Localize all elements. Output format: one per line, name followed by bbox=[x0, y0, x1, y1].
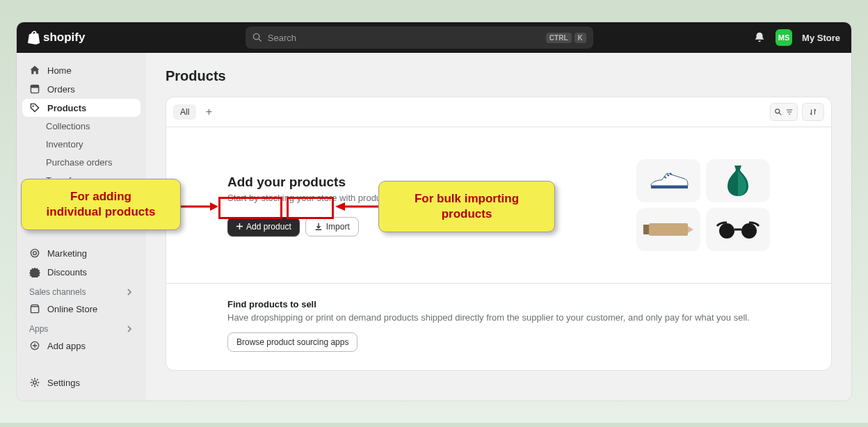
avatar[interactable]: MS bbox=[775, 29, 792, 46]
store-name[interactable]: My Store bbox=[802, 33, 840, 43]
sidebar-label: Marketing bbox=[47, 248, 87, 259]
home-icon bbox=[29, 65, 40, 76]
svg-point-5 bbox=[31, 249, 38, 257]
plus-icon bbox=[236, 223, 243, 230]
sidebar-item-orders[interactable]: Orders bbox=[22, 80, 140, 98]
tile-tube bbox=[636, 208, 700, 251]
svg-point-10 bbox=[775, 109, 780, 113]
find-products-title: Find products to sell bbox=[227, 299, 770, 309]
chevron-right-icon[interactable] bbox=[125, 288, 134, 296]
products-card: All + Add your products bbox=[166, 97, 832, 371]
search-placeholder: Search bbox=[268, 33, 296, 43]
callout-bulk-import: For bulk importing products bbox=[378, 181, 555, 232]
marketing-icon bbox=[29, 248, 40, 259]
svg-point-6 bbox=[33, 252, 37, 255]
sneaker-icon bbox=[648, 168, 689, 193]
svg-line-1 bbox=[259, 39, 262, 42]
arrow-left bbox=[181, 200, 218, 214]
search-icon bbox=[774, 108, 782, 116]
sidebar-section-sales-channels: Sales channels bbox=[22, 282, 140, 300]
tile-vase bbox=[706, 159, 770, 202]
sidebar-item-inventory[interactable]: Inventory bbox=[22, 136, 140, 153]
sidebar-item-purchase-orders[interactable]: Purchase orders bbox=[22, 154, 140, 171]
shopify-bag-icon bbox=[28, 31, 40, 45]
kbd-ctrl: CTRL bbox=[546, 33, 572, 43]
sidebar-label: Online Store bbox=[47, 304, 97, 314]
callout-add-individual: For adding individual products bbox=[21, 179, 181, 230]
sidebar-label: Products bbox=[47, 103, 86, 113]
sunglasses-icon bbox=[714, 220, 762, 239]
sidebar-item-settings[interactable]: Settings bbox=[22, 373, 140, 392]
svg-point-0 bbox=[253, 33, 259, 39]
page-title: Products bbox=[166, 68, 832, 84]
tile-sunglasses bbox=[706, 208, 770, 251]
sidebar-label: Discounts bbox=[47, 267, 87, 277]
sidebar-section-apps: Apps bbox=[22, 319, 140, 337]
svg-rect-13 bbox=[649, 223, 688, 236]
vase-icon bbox=[726, 164, 750, 198]
add-product-button[interactable]: Add product bbox=[227, 217, 300, 236]
sidebar-item-discounts[interactable]: Discounts bbox=[22, 263, 140, 281]
arrow-right bbox=[335, 200, 378, 214]
find-products-desc: Have dropshipping or print on demand pro… bbox=[227, 312, 770, 323]
discounts-icon bbox=[29, 266, 40, 277]
products-icon bbox=[29, 102, 40, 113]
import-button[interactable]: Import bbox=[305, 217, 359, 236]
svg-point-15 bbox=[741, 223, 757, 239]
sort-button[interactable] bbox=[802, 103, 824, 121]
sidebar-label: Add apps bbox=[47, 341, 86, 351]
svg-rect-3 bbox=[31, 85, 38, 88]
tile-sneaker bbox=[636, 159, 700, 202]
sidebar-item-collections[interactable]: Collections bbox=[22, 118, 140, 135]
sidebar-label: Orders bbox=[47, 84, 75, 95]
topbar: shopify Search CTRL K MS My Store bbox=[17, 22, 851, 53]
product-illustrations bbox=[636, 159, 770, 251]
kbd-k: K bbox=[574, 33, 586, 43]
sidebar-item-home[interactable]: Home bbox=[22, 61, 140, 79]
filter-icon bbox=[785, 108, 794, 116]
svg-point-4 bbox=[32, 105, 33, 106]
svg-marker-17 bbox=[210, 202, 218, 211]
plus-circle-icon bbox=[29, 340, 40, 351]
svg-rect-7 bbox=[31, 307, 38, 313]
search-icon bbox=[252, 33, 262, 42]
sidebar-item-marketing[interactable]: Marketing bbox=[22, 244, 140, 262]
store-icon bbox=[29, 303, 40, 314]
chevron-right-icon[interactable] bbox=[125, 325, 134, 333]
notifications-icon[interactable] bbox=[753, 31, 766, 44]
sidebar-label: Home bbox=[47, 65, 72, 76]
search-filter-button[interactable] bbox=[770, 103, 798, 121]
brand-text: shopify bbox=[43, 31, 85, 45]
svg-line-11 bbox=[779, 113, 781, 115]
tube-icon bbox=[643, 222, 693, 237]
sidebar-label: Settings bbox=[47, 378, 80, 388]
tab-all[interactable]: All bbox=[173, 104, 196, 120]
orders-icon bbox=[29, 83, 40, 95]
shopify-logo[interactable]: shopify bbox=[28, 31, 85, 45]
search-input[interactable]: Search CTRL K bbox=[246, 26, 593, 49]
sidebar-item-products[interactable]: Products bbox=[22, 99, 140, 117]
import-icon bbox=[314, 223, 323, 231]
svg-point-9 bbox=[33, 381, 37, 385]
svg-point-14 bbox=[719, 223, 734, 239]
browse-sourcing-button[interactable]: Browse product sourcing apps bbox=[227, 332, 357, 352]
tab-add-button[interactable]: + bbox=[200, 106, 217, 118]
svg-marker-19 bbox=[335, 202, 345, 211]
sort-icon bbox=[809, 108, 817, 116]
tabs-bar: All + bbox=[166, 97, 831, 127]
svg-rect-12 bbox=[643, 225, 649, 234]
sidebar-item-online-store[interactable]: Online Store bbox=[22, 300, 140, 318]
gear-icon bbox=[29, 377, 40, 388]
sidebar-item-add-apps[interactable]: Add apps bbox=[22, 337, 140, 355]
